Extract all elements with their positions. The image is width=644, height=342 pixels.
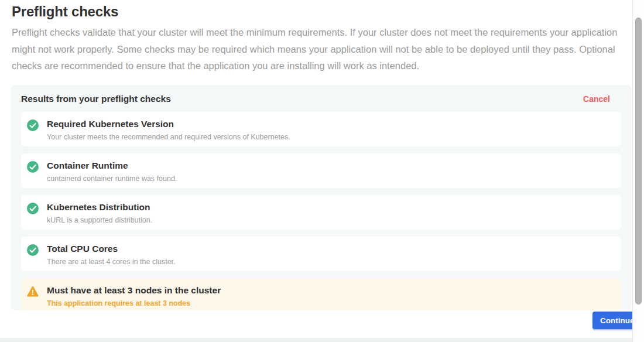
scrollbar[interactable] <box>632 0 644 342</box>
warning-triangle-icon <box>27 286 39 297</box>
check-text: Required Kubernetes Version Your cluster… <box>47 119 290 141</box>
check-message: There are at least 4 cores in the cluste… <box>47 258 176 266</box>
scrollbar-thumb[interactable] <box>635 18 642 305</box>
check-title: Must have at least 3 nodes in the cluste… <box>47 285 221 296</box>
check-card-container-runtime: Container Runtime containerd container r… <box>21 153 621 188</box>
check-title: Total CPU Cores <box>47 244 176 254</box>
check-circle-icon <box>27 161 39 173</box>
check-message: kURL is a supported distribution. <box>47 216 152 224</box>
check-card-total-cpu-cores: Total CPU Cores There are at least 4 cor… <box>21 237 621 271</box>
preflight-checks-page: Preflight checks Preflight checks valida… <box>0 0 644 342</box>
check-title: Container Runtime <box>47 160 177 171</box>
check-message: Your cluster meets the recommended and r… <box>47 133 290 141</box>
check-message: This application requires at least 3 nod… <box>47 299 221 307</box>
check-card-required-kubernetes-version: Required Kubernetes Version Your cluster… <box>21 112 621 146</box>
bottom-divider-strip <box>0 338 632 342</box>
check-text: Must have at least 3 nodes in the cluste… <box>47 285 221 307</box>
panel-header: Results from your preflight checks Cance… <box>11 85 632 112</box>
check-title: Kubernetes Distribution <box>47 202 152 213</box>
page-description: Preflight checks validate that your clus… <box>12 24 624 74</box>
preflight-results-panel: Results from your preflight checks Cance… <box>11 85 632 310</box>
check-card-kubernetes-distribution: Kubernetes Distribution kURL is a suppor… <box>21 195 621 230</box>
check-title: Required Kubernetes Version <box>47 119 290 129</box>
check-message: containerd container runtime was found. <box>47 175 177 183</box>
cancel-link[interactable]: Cancel <box>583 94 610 104</box>
page-title: Preflight checks <box>12 4 118 20</box>
check-text: Total CPU Cores There are at least 4 cor… <box>47 244 176 266</box>
panel-heading: Results from your preflight checks <box>21 94 171 104</box>
check-circle-icon <box>27 244 39 256</box>
check-card-minimum-nodes: Must have at least 3 nodes in the cluste… <box>21 278 621 310</box>
check-text: Kubernetes Distribution kURL is a suppor… <box>47 202 152 224</box>
check-text: Container Runtime containerd container r… <box>47 160 177 183</box>
check-circle-icon <box>27 119 39 131</box>
check-circle-icon <box>27 203 39 214</box>
